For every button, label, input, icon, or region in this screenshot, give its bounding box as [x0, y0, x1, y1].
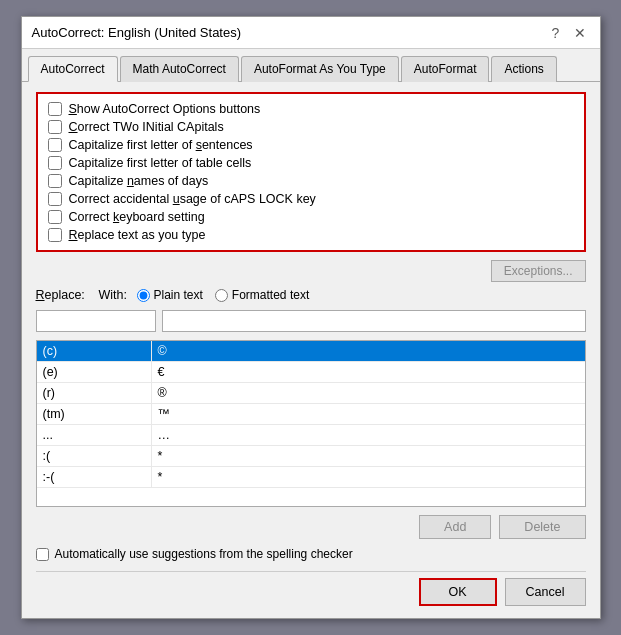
checkbox-row-capitalize-table: Capitalize first letter of table cells — [48, 156, 574, 170]
checkbox-correct-two[interactable] — [48, 120, 62, 134]
close-button[interactable]: ✕ — [570, 23, 590, 43]
checkbox-row-capitalize-days: Capitalize names of days — [48, 174, 574, 188]
checkbox-label-capitalize-days: Capitalize names of days — [69, 174, 209, 188]
table-cell-right: … — [152, 425, 585, 445]
radio-plain-text: Plain text — [154, 288, 203, 302]
delete-button[interactable]: Delete — [499, 515, 585, 539]
table-row[interactable]: :( * — [37, 446, 585, 467]
table-cell-left: ... — [37, 425, 152, 445]
help-button[interactable]: ? — [546, 23, 566, 43]
spelling-checkbox[interactable] — [36, 548, 49, 561]
checkbox-row-correct-two: Correct TWo INitial CApitals — [48, 120, 574, 134]
checkbox-caps-lock[interactable] — [48, 192, 62, 206]
table-row[interactable]: (r) ® — [37, 383, 585, 404]
table-cell-left: (r) — [37, 383, 152, 403]
radio-group: Plain text Formatted text — [137, 288, 310, 302]
dialog-title: AutoCorrect: English (United States) — [32, 25, 242, 40]
ok-button[interactable]: OK — [419, 578, 497, 606]
radio-formatted-label: Formatted text — [215, 288, 309, 302]
checkbox-row-capitalize-sentences: Capitalize first letter of sentences — [48, 138, 574, 152]
checkbox-row-show-autocorrect: Show AutoCorrect Options buttons — [48, 102, 574, 116]
with-label: With: — [99, 288, 129, 302]
replace-label: Replace: — [36, 288, 91, 302]
checkbox-label-capitalize-sentences: Capitalize first letter of sentences — [69, 138, 253, 152]
table-row[interactable]: (tm) ™ — [37, 404, 585, 425]
checkbox-show-autocorrect[interactable] — [48, 102, 62, 116]
cancel-button[interactable]: Cancel — [505, 578, 586, 606]
checkbox-row-keyboard: Correct keyboard setting — [48, 210, 574, 224]
action-buttons: Add Delete — [36, 515, 586, 539]
table-cell-right: © — [152, 341, 585, 361]
checkbox-row-caps-lock: Correct accidental usage of cAPS LOCK ke… — [48, 192, 574, 206]
dialog-body: Show AutoCorrect Options buttons Correct… — [22, 82, 600, 618]
table-row[interactable]: (e) € — [37, 362, 585, 383]
autocorrect-table-scroll[interactable]: (c) © (e) € (r) ® (tm) ™ — [37, 341, 585, 506]
bottom-buttons: OK Cancel — [36, 571, 586, 608]
autocorrect-table-container: (c) © (e) € (r) ® (tm) ™ — [36, 340, 586, 507]
checkbox-capitalize-table[interactable] — [48, 156, 62, 170]
table-cell-right: * — [152, 467, 585, 487]
table-row[interactable]: :-( * — [37, 467, 585, 488]
replace-inputs — [36, 310, 586, 332]
checkbox-label-show-autocorrect: Show AutoCorrect Options buttons — [69, 102, 261, 116]
checkbox-row-replace-text: Replace text as you type — [48, 228, 574, 242]
table-cell-right: ™ — [152, 404, 585, 424]
autocorrect-table: (c) © (e) € (r) ® (tm) ™ — [37, 341, 585, 488]
table-row[interactable]: ... … — [37, 425, 585, 446]
tab-actions[interactable]: Actions — [491, 56, 556, 82]
tab-autoformat-as-you-type[interactable]: AutoFormat As You Type — [241, 56, 399, 82]
exceptions-area: Exceptions... — [36, 260, 586, 282]
with-input[interactable] — [162, 310, 586, 332]
table-cell-right: * — [152, 446, 585, 466]
checkbox-label-replace-text: Replace text as you type — [69, 228, 206, 242]
checkbox-capitalize-sentences[interactable] — [48, 138, 62, 152]
checkbox-label-capitalize-table: Capitalize first letter of table cells — [69, 156, 252, 170]
checkbox-label-keyboard: Correct keyboard setting — [69, 210, 205, 224]
add-button[interactable]: Add — [419, 515, 491, 539]
tab-autocorrect[interactable]: AutoCorrect — [28, 56, 118, 82]
checkbox-label-correct-two: Correct TWo INitial CApitals — [69, 120, 224, 134]
radio-plain[interactable] — [137, 289, 150, 302]
tab-autoformat[interactable]: AutoFormat — [401, 56, 490, 82]
title-bar-controls: ? ✕ — [546, 23, 590, 43]
replace-input[interactable] — [36, 310, 156, 332]
table-cell-left: :( — [37, 446, 152, 466]
spelling-label: Automatically use suggestions from the s… — [55, 547, 353, 561]
radio-plain-label: Plain text — [137, 288, 203, 302]
title-bar: AutoCorrect: English (United States) ? ✕ — [22, 17, 600, 49]
spelling-row: Automatically use suggestions from the s… — [36, 547, 586, 561]
table-cell-left: :-( — [37, 467, 152, 487]
table-cell-right: € — [152, 362, 585, 382]
checkbox-replace-text[interactable] — [48, 228, 62, 242]
checkbox-group: Show AutoCorrect Options buttons Correct… — [36, 92, 586, 252]
table-row[interactable]: (c) © — [37, 341, 585, 362]
checkbox-keyboard[interactable] — [48, 210, 62, 224]
checkbox-capitalize-days[interactable] — [48, 174, 62, 188]
radio-formatted[interactable] — [215, 289, 228, 302]
table-cell-left: (e) — [37, 362, 152, 382]
dialog: AutoCorrect: English (United States) ? ✕… — [21, 16, 601, 619]
tab-math-autocorrect[interactable]: Math AutoCorrect — [120, 56, 239, 82]
replace-row: Replace: With: Plain text Formatted text — [36, 288, 586, 302]
checkbox-label-caps-lock: Correct accidental usage of cAPS LOCK ke… — [69, 192, 316, 206]
table-cell-left: (c) — [37, 341, 152, 361]
exceptions-button[interactable]: Exceptions... — [491, 260, 586, 282]
table-cell-left: (tm) — [37, 404, 152, 424]
tab-bar: AutoCorrect Math AutoCorrect AutoFormat … — [22, 49, 600, 82]
table-cell-right: ® — [152, 383, 585, 403]
radio-formatted-text: Formatted text — [232, 288, 309, 302]
